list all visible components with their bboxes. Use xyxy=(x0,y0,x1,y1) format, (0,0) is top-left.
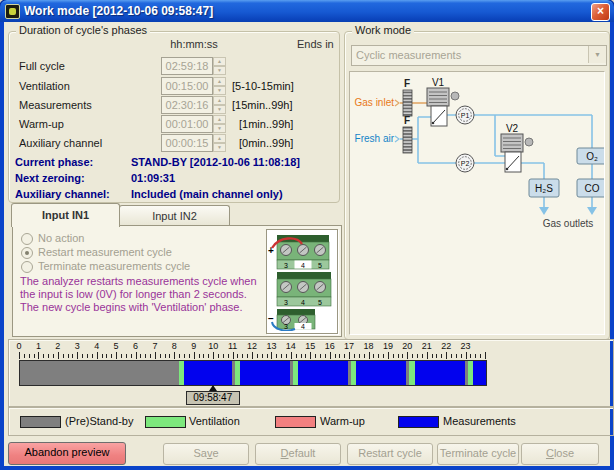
ruler-tick xyxy=(116,352,117,359)
radio-icon[interactable] xyxy=(21,261,33,273)
row-range: [0min..99h] xyxy=(239,134,293,152)
radio-label: Terminate measurements cycle xyxy=(38,260,190,272)
default-button[interactable]: Default xyxy=(255,443,341,465)
v1-knob-icon xyxy=(451,92,459,100)
spin-down-icon[interactable]: ▼ xyxy=(213,124,226,133)
ruler-minor-tick xyxy=(344,354,345,358)
ruler-minor-tick xyxy=(203,354,204,358)
timeline-segment-measurements xyxy=(240,361,290,385)
spin-down-icon[interactable]: ▼ xyxy=(213,86,226,95)
ruler-minor-tick xyxy=(102,354,103,358)
ruler-tick xyxy=(252,352,253,359)
work-mode-groupbox: Work mode Cyclic measurements ▼ xyxy=(344,31,610,340)
legend-label: Warm-up xyxy=(320,415,365,427)
ruler-minor-tick xyxy=(199,354,200,358)
ruler-minor-tick xyxy=(441,354,442,358)
status-auxiliary-channel: Auxiliary channel: Included (main channe… xyxy=(9,188,339,202)
measurements-spinner[interactable]: ▲▼ xyxy=(213,96,226,114)
input-description-text: The analyzer restarts measurements cycle… xyxy=(20,275,262,314)
save-button[interactable]: Save xyxy=(163,443,249,465)
ruler-tick xyxy=(77,352,78,359)
ruler-hour-label: 4 xyxy=(94,341,99,351)
ruler-tick xyxy=(136,352,137,359)
ruler-tick xyxy=(330,352,331,359)
spin-down-icon[interactable]: ▼ xyxy=(213,143,226,152)
v2-coil xyxy=(501,134,523,152)
warm-up-time-field[interactable]: 00:01:00 xyxy=(161,115,213,133)
ruler-minor-tick xyxy=(320,354,321,358)
ruler-hour-label: 9 xyxy=(191,341,196,351)
ruler-minor-tick xyxy=(68,354,69,358)
chevron-down-icon[interactable]: ▼ xyxy=(588,46,606,63)
spin-down-icon[interactable]: ▼ xyxy=(213,66,226,75)
duration-row-full-cycle: Full cycle 02:59:18 ▲▼ xyxy=(9,57,339,75)
auxiliary-time-field[interactable]: 00:00:15 xyxy=(161,134,213,152)
radio-icon[interactable] xyxy=(21,247,33,259)
ruler-minor-tick xyxy=(126,354,127,358)
duration-row-auxiliary-channel: Auxiliary channel 00:00:15 ▲▼ [0min..99h… xyxy=(9,134,339,152)
ruler-minor-tick xyxy=(150,354,151,358)
filter1-label: F xyxy=(404,78,410,89)
radio-icon[interactable] xyxy=(21,233,33,245)
ventilation-time-field[interactable]: 00:15:00 xyxy=(161,77,213,95)
ruler-hour-label: 10 xyxy=(208,341,218,351)
ventilation-spinner[interactable]: ▲▼ xyxy=(213,77,226,95)
ruler-hour-label: 19 xyxy=(383,341,393,351)
spin-up-icon[interactable]: ▲ xyxy=(213,115,226,124)
ruler-hour-label: 5 xyxy=(114,341,119,351)
warm-up-spinner[interactable]: ▲▼ xyxy=(213,115,226,133)
ruler-minor-tick xyxy=(160,354,161,358)
tab-input-in1[interactable]: Input IN1 xyxy=(11,203,120,227)
ruler-minor-tick xyxy=(456,354,457,358)
terminal-number: 4 xyxy=(301,299,305,306)
spin-up-icon[interactable]: ▲ xyxy=(213,57,226,66)
outlet-arrow-icons xyxy=(539,207,597,215)
row-label: Warm-up xyxy=(19,115,64,133)
valve-v1-label: V1 xyxy=(432,77,445,88)
measurements-time-field[interactable]: 02:30:16 xyxy=(161,96,213,114)
full-cycle-time-field[interactable]: 02:59:18 xyxy=(161,57,213,75)
spin-down-icon[interactable]: ▼ xyxy=(213,105,226,114)
work-mode-select[interactable]: Cyclic measurements ▼ xyxy=(351,45,607,66)
row-range: [1min..99h] xyxy=(239,115,293,133)
close-icon[interactable]: × xyxy=(591,3,610,21)
ruler-minor-tick xyxy=(335,354,336,358)
spin-up-icon[interactable]: ▲ xyxy=(213,96,226,105)
restart-cycle-button[interactable]: Restart cycle xyxy=(347,443,433,465)
auxiliary-spinner[interactable]: ▲▼ xyxy=(213,134,226,152)
ruler-minor-tick xyxy=(339,354,340,358)
ruler-hour-label: 2 xyxy=(55,341,60,351)
ruler-tick xyxy=(271,352,272,359)
ruler-hour-label: 23 xyxy=(461,341,471,351)
ruler-tick xyxy=(446,352,447,359)
ruler-minor-tick xyxy=(373,354,374,358)
ruler-minor-tick xyxy=(461,354,462,358)
spin-up-icon[interactable]: ▲ xyxy=(213,77,226,86)
radio-label: Restart measurement cycle xyxy=(38,246,172,258)
ruler-hour-label: 1 xyxy=(36,341,41,351)
close-button[interactable]: Close xyxy=(521,443,599,465)
legend-label: Measurements xyxy=(443,415,516,427)
ruler-minor-tick xyxy=(145,354,146,358)
tab-input-in2[interactable]: Input IN2 xyxy=(119,205,230,227)
v2-pivot xyxy=(506,168,509,171)
terminal-number: 5 xyxy=(318,299,322,306)
abandon-preview-button[interactable]: Abandon preview xyxy=(8,442,126,465)
radio-dot-1 xyxy=(25,251,29,255)
v2-knob-icon xyxy=(525,138,533,146)
ruler-hour-label: 0 xyxy=(16,341,21,351)
timeline-panel: 01234567891011121314151617181920212223 0… xyxy=(8,339,614,407)
ruler-tick xyxy=(58,352,59,359)
ruler-minor-tick xyxy=(53,354,54,358)
timeline-segment-measurements xyxy=(298,361,348,385)
spin-up-icon[interactable]: ▲ xyxy=(213,134,226,143)
ruler-minor-tick xyxy=(412,354,413,358)
legend-swatch-2 xyxy=(275,416,316,428)
terminate-cycle-button[interactable]: Terminate cycle xyxy=(437,443,519,465)
ruler-tick xyxy=(466,352,467,359)
ruler-tick xyxy=(485,352,486,359)
ruler-minor-tick xyxy=(422,354,423,358)
ruler-hour-label: 12 xyxy=(247,341,257,351)
ruler-minor-tick xyxy=(140,354,141,358)
full-cycle-spinner[interactable]: ▲▼ xyxy=(213,57,226,75)
